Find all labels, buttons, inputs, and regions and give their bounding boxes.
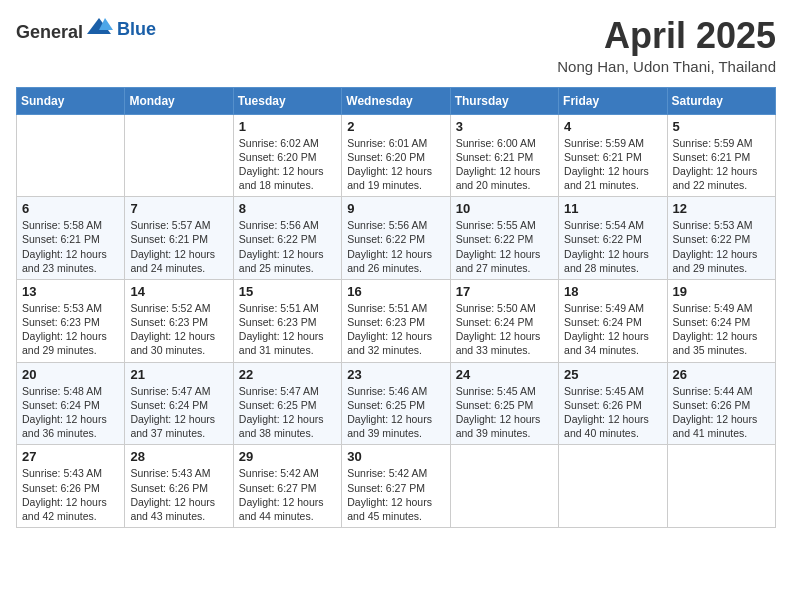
day-number: 5 xyxy=(673,119,770,134)
day-info: Sunrise: 5:44 AMSunset: 6:26 PMDaylight:… xyxy=(673,384,770,441)
day-info: Sunrise: 5:56 AMSunset: 6:22 PMDaylight:… xyxy=(239,218,336,275)
weekday-header-saturday: Saturday xyxy=(667,87,775,114)
weekday-header-monday: Monday xyxy=(125,87,233,114)
day-number: 30 xyxy=(347,449,444,464)
calendar-cell: 12Sunrise: 5:53 AMSunset: 6:22 PMDayligh… xyxy=(667,197,775,280)
day-number: 6 xyxy=(22,201,119,216)
day-info: Sunrise: 5:56 AMSunset: 6:22 PMDaylight:… xyxy=(347,218,444,275)
day-info: Sunrise: 5:48 AMSunset: 6:24 PMDaylight:… xyxy=(22,384,119,441)
calendar-cell: 2Sunrise: 6:01 AMSunset: 6:20 PMDaylight… xyxy=(342,114,450,197)
calendar-cell: 22Sunrise: 5:47 AMSunset: 6:25 PMDayligh… xyxy=(233,362,341,445)
calendar-cell: 17Sunrise: 5:50 AMSunset: 6:24 PMDayligh… xyxy=(450,279,558,362)
calendar-cell: 13Sunrise: 5:53 AMSunset: 6:23 PMDayligh… xyxy=(17,279,125,362)
day-info: Sunrise: 5:54 AMSunset: 6:22 PMDaylight:… xyxy=(564,218,661,275)
day-info: Sunrise: 5:45 AMSunset: 6:26 PMDaylight:… xyxy=(564,384,661,441)
day-info: Sunrise: 5:46 AMSunset: 6:25 PMDaylight:… xyxy=(347,384,444,441)
day-number: 2 xyxy=(347,119,444,134)
calendar-cell: 21Sunrise: 5:47 AMSunset: 6:24 PMDayligh… xyxy=(125,362,233,445)
day-info: Sunrise: 5:42 AMSunset: 6:27 PMDaylight:… xyxy=(347,466,444,523)
calendar-cell: 18Sunrise: 5:49 AMSunset: 6:24 PMDayligh… xyxy=(559,279,667,362)
day-info: Sunrise: 5:43 AMSunset: 6:26 PMDaylight:… xyxy=(130,466,227,523)
day-number: 29 xyxy=(239,449,336,464)
day-number: 20 xyxy=(22,367,119,382)
calendar-cell: 8Sunrise: 5:56 AMSunset: 6:22 PMDaylight… xyxy=(233,197,341,280)
calendar-cell: 5Sunrise: 5:59 AMSunset: 6:21 PMDaylight… xyxy=(667,114,775,197)
calendar-cell: 27Sunrise: 5:43 AMSunset: 6:26 PMDayligh… xyxy=(17,445,125,528)
weekday-header-row: SundayMondayTuesdayWednesdayThursdayFrid… xyxy=(17,87,776,114)
calendar-cell: 24Sunrise: 5:45 AMSunset: 6:25 PMDayligh… xyxy=(450,362,558,445)
calendar-cell: 6Sunrise: 5:58 AMSunset: 6:21 PMDaylight… xyxy=(17,197,125,280)
day-number: 18 xyxy=(564,284,661,299)
calendar-cell: 10Sunrise: 5:55 AMSunset: 6:22 PMDayligh… xyxy=(450,197,558,280)
calendar-cell: 30Sunrise: 5:42 AMSunset: 6:27 PMDayligh… xyxy=(342,445,450,528)
day-info: Sunrise: 5:49 AMSunset: 6:24 PMDaylight:… xyxy=(673,301,770,358)
calendar-cell: 29Sunrise: 5:42 AMSunset: 6:27 PMDayligh… xyxy=(233,445,341,528)
day-number: 26 xyxy=(673,367,770,382)
day-number: 1 xyxy=(239,119,336,134)
weekday-header-thursday: Thursday xyxy=(450,87,558,114)
day-info: Sunrise: 5:51 AMSunset: 6:23 PMDaylight:… xyxy=(239,301,336,358)
day-info: Sunrise: 5:53 AMSunset: 6:22 PMDaylight:… xyxy=(673,218,770,275)
day-info: Sunrise: 5:59 AMSunset: 6:21 PMDaylight:… xyxy=(564,136,661,193)
day-info: Sunrise: 5:49 AMSunset: 6:24 PMDaylight:… xyxy=(564,301,661,358)
day-info: Sunrise: 5:59 AMSunset: 6:21 PMDaylight:… xyxy=(673,136,770,193)
day-number: 9 xyxy=(347,201,444,216)
day-number: 14 xyxy=(130,284,227,299)
calendar-week-5: 27Sunrise: 5:43 AMSunset: 6:26 PMDayligh… xyxy=(17,445,776,528)
calendar-cell: 3Sunrise: 6:00 AMSunset: 6:21 PMDaylight… xyxy=(450,114,558,197)
day-info: Sunrise: 5:57 AMSunset: 6:21 PMDaylight:… xyxy=(130,218,227,275)
calendar-cell: 14Sunrise: 5:52 AMSunset: 6:23 PMDayligh… xyxy=(125,279,233,362)
day-info: Sunrise: 5:52 AMSunset: 6:23 PMDaylight:… xyxy=(130,301,227,358)
day-number: 16 xyxy=(347,284,444,299)
day-number: 17 xyxy=(456,284,553,299)
location-subtitle: Nong Han, Udon Thani, Thailand xyxy=(557,58,776,75)
calendar-cell: 23Sunrise: 5:46 AMSunset: 6:25 PMDayligh… xyxy=(342,362,450,445)
calendar-cell xyxy=(559,445,667,528)
day-info: Sunrise: 6:00 AMSunset: 6:21 PMDaylight:… xyxy=(456,136,553,193)
day-number: 7 xyxy=(130,201,227,216)
day-info: Sunrise: 6:02 AMSunset: 6:20 PMDaylight:… xyxy=(239,136,336,193)
day-number: 25 xyxy=(564,367,661,382)
day-number: 11 xyxy=(564,201,661,216)
day-number: 12 xyxy=(673,201,770,216)
day-info: Sunrise: 5:42 AMSunset: 6:27 PMDaylight:… xyxy=(239,466,336,523)
weekday-header-tuesday: Tuesday xyxy=(233,87,341,114)
day-info: Sunrise: 6:01 AMSunset: 6:20 PMDaylight:… xyxy=(347,136,444,193)
day-info: Sunrise: 5:47 AMSunset: 6:25 PMDaylight:… xyxy=(239,384,336,441)
weekday-header-friday: Friday xyxy=(559,87,667,114)
logo: General Blue xyxy=(16,16,156,43)
calendar-week-2: 6Sunrise: 5:58 AMSunset: 6:21 PMDaylight… xyxy=(17,197,776,280)
day-number: 10 xyxy=(456,201,553,216)
calendar-week-3: 13Sunrise: 5:53 AMSunset: 6:23 PMDayligh… xyxy=(17,279,776,362)
calendar-cell: 9Sunrise: 5:56 AMSunset: 6:22 PMDaylight… xyxy=(342,197,450,280)
calendar-cell: 20Sunrise: 5:48 AMSunset: 6:24 PMDayligh… xyxy=(17,362,125,445)
page-header: General Blue April 2025 Nong Han, Udon T… xyxy=(16,16,776,75)
calendar-cell xyxy=(17,114,125,197)
day-number: 24 xyxy=(456,367,553,382)
day-number: 15 xyxy=(239,284,336,299)
calendar-cell: 4Sunrise: 5:59 AMSunset: 6:21 PMDaylight… xyxy=(559,114,667,197)
day-info: Sunrise: 5:50 AMSunset: 6:24 PMDaylight:… xyxy=(456,301,553,358)
calendar-cell: 15Sunrise: 5:51 AMSunset: 6:23 PMDayligh… xyxy=(233,279,341,362)
calendar-cell: 28Sunrise: 5:43 AMSunset: 6:26 PMDayligh… xyxy=(125,445,233,528)
day-number: 27 xyxy=(22,449,119,464)
calendar-cell: 26Sunrise: 5:44 AMSunset: 6:26 PMDayligh… xyxy=(667,362,775,445)
day-number: 8 xyxy=(239,201,336,216)
calendar-table: SundayMondayTuesdayWednesdayThursdayFrid… xyxy=(16,87,776,528)
logo-blue: Blue xyxy=(117,19,156,39)
calendar-cell: 16Sunrise: 5:51 AMSunset: 6:23 PMDayligh… xyxy=(342,279,450,362)
calendar-cell: 7Sunrise: 5:57 AMSunset: 6:21 PMDaylight… xyxy=(125,197,233,280)
day-number: 28 xyxy=(130,449,227,464)
day-number: 4 xyxy=(564,119,661,134)
day-info: Sunrise: 5:43 AMSunset: 6:26 PMDaylight:… xyxy=(22,466,119,523)
month-title: April 2025 xyxy=(557,16,776,56)
calendar-week-1: 1Sunrise: 6:02 AMSunset: 6:20 PMDaylight… xyxy=(17,114,776,197)
day-number: 19 xyxy=(673,284,770,299)
day-info: Sunrise: 5:51 AMSunset: 6:23 PMDaylight:… xyxy=(347,301,444,358)
title-area: April 2025 Nong Han, Udon Thani, Thailan… xyxy=(557,16,776,75)
calendar-cell: 1Sunrise: 6:02 AMSunset: 6:20 PMDaylight… xyxy=(233,114,341,197)
calendar-cell: 25Sunrise: 5:45 AMSunset: 6:26 PMDayligh… xyxy=(559,362,667,445)
day-info: Sunrise: 5:45 AMSunset: 6:25 PMDaylight:… xyxy=(456,384,553,441)
logo-icon xyxy=(85,16,113,38)
day-number: 3 xyxy=(456,119,553,134)
